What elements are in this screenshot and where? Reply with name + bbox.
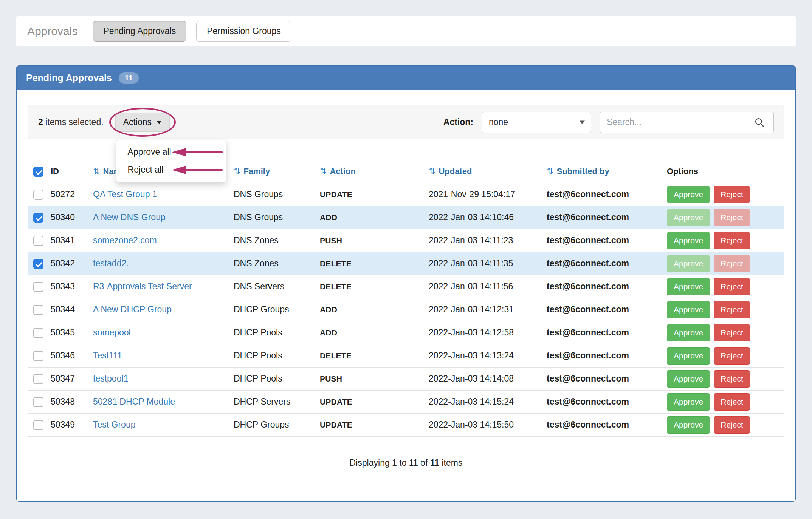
approve-button[interactable]: Approve — [667, 278, 710, 295]
menu-item-reject-all[interactable]: Reject all — [116, 161, 226, 179]
search-icon — [754, 117, 765, 128]
approve-button[interactable]: Approve — [667, 393, 710, 411]
row-checkbox[interactable] — [33, 305, 43, 315]
row-name-link[interactable]: R3-Approvals Test Server — [93, 281, 192, 291]
row-name-link[interactable]: Test Group — [93, 420, 136, 429]
column-header-id: ID — [51, 160, 93, 183]
row-name-link[interactable]: somezone2.com. — [93, 235, 159, 245]
approval-row-50346: 50346Test111DHCP PoolsDELETE2022-Jan-03 … — [28, 344, 784, 367]
cell-options: ApproveReject — [659, 275, 784, 298]
action-select-value: none — [489, 117, 508, 127]
cell-family: DNS Servers — [234, 275, 320, 298]
cell-options: ApproveReject — [659, 206, 784, 229]
row-checkbox[interactable] — [33, 213, 43, 223]
cell-action: UPDATE — [320, 183, 429, 206]
menu-item-label: Approve all — [128, 147, 171, 157]
approve-button[interactable]: Approve — [667, 186, 710, 203]
cell-updated: 2021-Nov-29 15:04:17 — [429, 183, 547, 206]
row-checkbox[interactable] — [33, 328, 43, 338]
search-group — [600, 112, 774, 133]
cell-name: Test111 — [93, 344, 234, 367]
approve-button: Approve — [667, 209, 710, 226]
approve-button[interactable]: Approve — [667, 301, 710, 318]
cell-action: ADD — [320, 298, 429, 321]
row-checkbox-cell — [28, 252, 51, 275]
reject-button[interactable]: Reject — [714, 370, 750, 388]
column-label: Family — [243, 167, 270, 176]
search-button[interactable] — [745, 112, 774, 133]
reject-button[interactable]: Reject — [714, 416, 750, 434]
reject-button[interactable]: Reject — [714, 347, 750, 365]
cell-submitted-by: test@6connect.com — [547, 275, 659, 298]
column-header-family[interactable]: ⇅Family — [234, 160, 320, 183]
cell-submitted-by: test@6connect.com — [547, 252, 659, 275]
column-label: ID — [51, 167, 59, 176]
reject-button[interactable]: Reject — [714, 324, 750, 341]
reject-button[interactable]: Reject — [714, 278, 750, 295]
cell-updated: 2022-Jan-03 14:10:46 — [429, 206, 547, 229]
approve-button[interactable]: Approve — [667, 347, 710, 365]
cell-name: Test Group — [93, 413, 234, 436]
cell-family: DHCP Groups — [234, 298, 320, 321]
reject-button: Reject — [714, 209, 750, 226]
row-checkbox[interactable] — [33, 351, 43, 361]
cell-family: DHCP Pools — [234, 321, 320, 344]
row-name-link[interactable]: A New DHCP Group — [93, 304, 172, 314]
cell-submitted-by: test@6connect.com — [547, 344, 659, 367]
page-title: Approvals — [27, 25, 77, 38]
reject-button[interactable]: Reject — [714, 186, 750, 203]
cell-submitted-by: test@6connect.com — [547, 206, 659, 229]
annotation-arrow-icon — [172, 165, 223, 175]
approvals-table-body: 50272QA Test Group 1DNS GroupsUPDATE2021… — [28, 183, 784, 436]
column-label: Updated — [439, 167, 472, 176]
row-name-link[interactable]: Test111 — [93, 351, 122, 360]
select-all-checkbox[interactable] — [33, 167, 43, 177]
approval-row-50340: 50340A New DNS GroupDNS GroupsADD2022-Ja… — [28, 206, 784, 229]
reject-button[interactable]: Reject — [714, 232, 750, 249]
cell-updated: 2022-Jan-03 14:13:24 — [429, 344, 547, 367]
approve-button[interactable]: Approve — [667, 370, 710, 388]
action-select[interactable]: none — [482, 112, 591, 133]
view-tabs: Pending ApprovalsPermission Groups — [93, 21, 291, 42]
row-name-link[interactable]: 50281 DHCP Module — [93, 397, 175, 406]
row-name-link[interactable]: A New DNS Group — [93, 212, 166, 222]
column-header-updated[interactable]: ⇅Updated — [429, 160, 547, 183]
sort-icon: ⇅ — [234, 167, 240, 176]
column-header-submitted-by[interactable]: ⇅Submitted by — [547, 160, 659, 183]
row-checkbox[interactable] — [33, 397, 43, 407]
cell-id: 50345 — [51, 321, 93, 344]
row-checkbox[interactable] — [33, 282, 43, 292]
row-checkbox[interactable] — [33, 236, 43, 246]
cell-family: DNS Zones — [234, 252, 320, 275]
tab-permission-groups[interactable]: Permission Groups — [196, 21, 291, 42]
row-checkbox[interactable] — [33, 374, 43, 384]
reject-button[interactable]: Reject — [714, 393, 750, 411]
cell-updated: 2022-Jan-03 14:11:56 — [429, 275, 547, 298]
cell-updated: 2022-Jan-03 14:12:58 — [429, 321, 547, 344]
approve-button[interactable]: Approve — [667, 324, 710, 341]
approval-row-50349: 50349Test GroupDHCP GroupsUPDATE2022-Jan… — [28, 413, 784, 436]
row-checkbox[interactable] — [33, 259, 43, 269]
menu-item-label: Reject all — [128, 165, 164, 175]
row-checkbox[interactable] — [33, 420, 43, 430]
reject-button[interactable]: Reject — [714, 301, 750, 318]
row-name-link[interactable]: somepool — [93, 327, 131, 337]
column-label: Options — [667, 167, 698, 176]
actions-dropdown-button[interactable]: Actions — [115, 113, 170, 132]
approve-button[interactable]: Approve — [667, 416, 710, 434]
menu-item-approve-all[interactable]: Approve all — [116, 143, 226, 161]
row-name-link[interactable]: QA Test Group 1 — [93, 189, 157, 199]
pagination-prefix: Displaying 1 to 11 of — [350, 458, 428, 468]
cell-options: ApproveReject — [659, 298, 784, 321]
cell-id: 50341 — [51, 229, 93, 252]
row-name-link[interactable]: testpool1 — [93, 374, 128, 383]
column-header-action[interactable]: ⇅Action — [320, 160, 429, 183]
actions-button-label: Actions — [123, 117, 152, 127]
tab-pending-approvals[interactable]: Pending Approvals — [93, 21, 186, 42]
approve-button[interactable]: Approve — [667, 232, 710, 249]
row-checkbox[interactable] — [33, 190, 43, 200]
pagination-total: 11 — [430, 458, 439, 468]
cell-name: R3-Approvals Test Server — [93, 275, 234, 298]
row-name-link[interactable]: testadd2. — [93, 258, 129, 268]
search-input[interactable] — [600, 112, 745, 133]
